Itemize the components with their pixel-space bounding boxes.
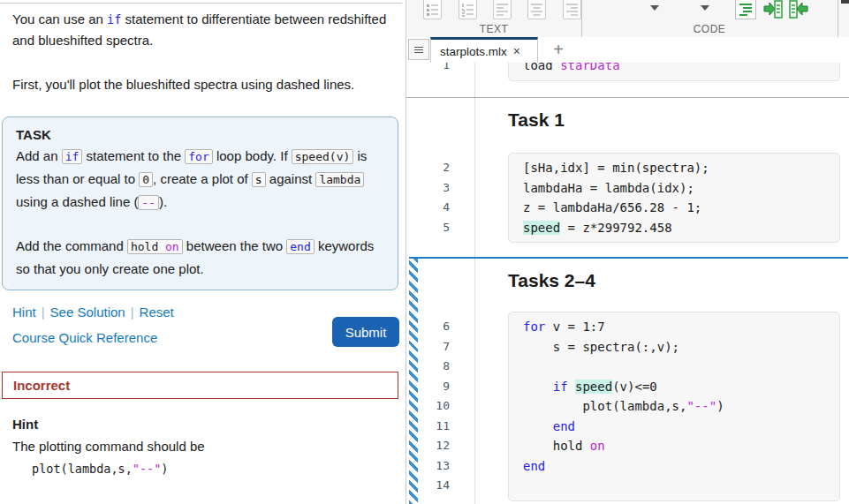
code-line-4[interactable]: z = lambdaHa/656.28 - 1; xyxy=(523,198,832,218)
code-section-2: 2345 [sHa,idx] = min(spectra);lambdaHa =… xyxy=(406,153,840,243)
code-group-label: CODE xyxy=(581,23,838,35)
dropdown-caret-icon[interactable] xyxy=(701,5,709,11)
intro-paragraph-1: You can use an if statement to different… xyxy=(12,9,394,51)
dropdown-caret-icon[interactable] xyxy=(650,5,659,11)
insert-code-in-icon[interactable] xyxy=(762,0,784,19)
see-solution-link[interactable]: See Solution xyxy=(50,305,125,320)
line-number: 10 xyxy=(406,396,450,417)
editor-toolbar: TEXT CODE xyxy=(406,0,849,38)
code-line-3[interactable]: lambdaHa = lambda(idx); xyxy=(523,178,832,199)
submit-button[interactable]: Submit xyxy=(332,317,399,347)
code-line-10[interactable]: plot(lambda,s,"--") xyxy=(523,396,832,417)
section-divider xyxy=(406,97,849,98)
task1-heading: Task 1 xyxy=(508,109,565,131)
intro-paragraph-2: First, you'll plot the blueshifted spect… xyxy=(12,74,394,95)
align-right-icon[interactable] xyxy=(563,0,581,19)
task-box-title: TASK xyxy=(16,127,384,142)
result-banner: Incorrect xyxy=(2,372,398,399)
align-center-icon[interactable] xyxy=(527,0,546,19)
link-separator: | xyxy=(131,305,134,320)
line-number: 12 xyxy=(406,436,450,456)
line-number-gutter: 2345 xyxy=(406,153,508,237)
code-line-12[interactable]: hold on xyxy=(523,436,832,456)
active-section-top-line xyxy=(409,257,848,259)
code-line-2[interactable]: [sHa,idx] = min(spectra); xyxy=(523,158,832,178)
action-links: Hint|See Solution|Reset xyxy=(12,305,174,320)
code-block[interactable]: for v = 1:7 s = spectra(:,v); if speed(v… xyxy=(508,312,840,501)
line-number: 6 xyxy=(406,317,450,337)
code-line-14[interactable] xyxy=(523,476,832,496)
line-number: 7 xyxy=(406,337,450,357)
line-number: 14 xyxy=(406,476,450,496)
smart-indent-icon[interactable] xyxy=(735,0,756,19)
line-number: 3 xyxy=(406,178,450,199)
tab-label: starplots.mlx xyxy=(440,45,507,58)
code-editor[interactable]: 1 load starData Task 1 2345 [sHa,idx] = … xyxy=(406,63,849,504)
link-separator: | xyxy=(42,305,45,320)
list-menu-icon[interactable] xyxy=(408,39,429,60)
course-quick-reference-link[interactable]: Course Quick Reference xyxy=(12,330,157,345)
hint-heading: Hint xyxy=(12,417,38,432)
left-panel-top-rule xyxy=(0,3,402,4)
line-number: 4 xyxy=(406,198,450,218)
line-number: 11 xyxy=(406,417,450,437)
align-left-icon[interactable] xyxy=(493,0,512,19)
hint-code: plot(lambda,s,"--") xyxy=(32,462,168,476)
line-number: 5 xyxy=(406,218,450,238)
line-number-gutter: 1 xyxy=(406,63,508,76)
line-number: 2 xyxy=(406,158,450,178)
close-icon[interactable]: × xyxy=(513,44,520,58)
task-paragraph-1: Add an if statement to the for loop body… xyxy=(16,145,384,214)
code-block[interactable]: [sHa,idx] = min(spectra);lambdaHa = lamb… xyxy=(508,153,840,243)
line-number: 1 xyxy=(406,63,450,76)
hint-text: The plotting command should be xyxy=(12,439,205,454)
code-line-7[interactable]: s = spectra(:,v); xyxy=(523,337,832,357)
numbered-list-icon[interactable] xyxy=(459,0,477,19)
tab-bar: starplots.mlx × + xyxy=(406,37,849,63)
code-line-13[interactable]: end xyxy=(523,456,832,477)
bulleted-list-icon[interactable] xyxy=(423,0,442,19)
code-line-11[interactable]: end xyxy=(523,417,832,437)
code-section-3: 67891011121314 for v = 1:7 s = spectra(:… xyxy=(406,312,840,501)
task-paragraph-2: Add the command hold on between the two … xyxy=(16,235,384,280)
reset-link[interactable]: Reset xyxy=(140,305,174,320)
code-line-1[interactable]: load starData xyxy=(523,63,832,76)
code-line-5[interactable]: speed = z*299792.458 xyxy=(523,218,832,238)
new-tab-button[interactable]: + xyxy=(548,38,569,61)
line-number-gutter: 67891011121314 xyxy=(406,312,508,496)
code-section-1: 1 load starData xyxy=(406,63,840,81)
line-number: 13 xyxy=(406,456,450,477)
tab-starplots[interactable]: starplots.mlx × xyxy=(430,37,538,63)
line-number: 8 xyxy=(406,357,450,377)
insert-code-out-icon[interactable] xyxy=(788,0,809,19)
code-line-9[interactable]: if speed(v)<=0 xyxy=(523,377,832,397)
hint-link[interactable]: Hint xyxy=(12,305,36,320)
result-banner-text: Incorrect xyxy=(13,378,70,393)
code-line-6[interactable]: for v = 1:7 xyxy=(523,317,832,337)
course-quick-reference-row: Course Quick Reference xyxy=(12,330,157,345)
tasks2-4-heading: Tasks 2–4 xyxy=(508,270,595,291)
matlab-course-page: { "colors": { "keyword_blue": "#2222ee",… xyxy=(0,0,849,504)
code-block[interactable]: load starData xyxy=(508,63,840,81)
task-box: TASK Add an if statement to the for loop… xyxy=(2,117,398,290)
clipped-toolbar-element xyxy=(841,0,849,4)
code-line-8[interactable] xyxy=(523,357,832,377)
toolbar-group-separator xyxy=(838,0,838,37)
text-group-label: TEXT xyxy=(406,23,581,35)
line-number: 9 xyxy=(406,377,450,397)
